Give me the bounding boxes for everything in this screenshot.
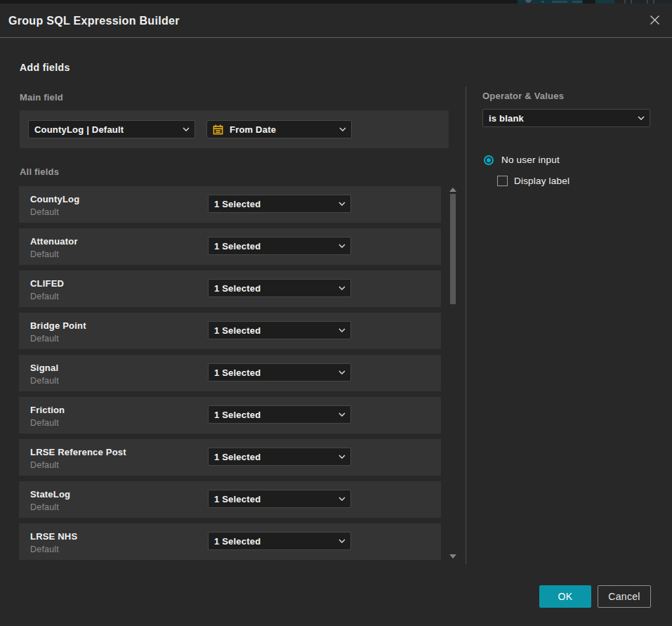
field-name: Attenuator bbox=[30, 236, 78, 247]
field-subtitle: Default bbox=[30, 334, 59, 344]
chevron-down-icon bbox=[183, 127, 190, 131]
field-name: LRSE NHS bbox=[30, 531, 77, 542]
field-values-select-value: 1 Selected bbox=[214, 199, 261, 209]
chevron-down-icon bbox=[338, 328, 345, 332]
screen: Group SQL Expression Builder Add fields … bbox=[0, 0, 672, 626]
close-icon bbox=[650, 15, 660, 25]
display-label-checkbox[interactable]: Display label bbox=[497, 176, 569, 186]
all-fields-label: All fields bbox=[20, 167, 59, 177]
field-row: Bridge Point Default 1 Selected bbox=[19, 313, 441, 349]
field-subtitle: Default bbox=[30, 418, 59, 428]
field-subtitle: Default bbox=[30, 545, 59, 554]
field-name: CountyLog bbox=[30, 194, 79, 204]
field-name: Bridge Point bbox=[30, 320, 86, 331]
chevron-down-icon bbox=[638, 116, 645, 120]
field-row: LRSE NHS Default 1 Selected bbox=[19, 523, 441, 560]
field-values-select-value: 1 Selected bbox=[214, 367, 261, 378]
field-subtitle: Default bbox=[30, 249, 59, 259]
field-values-select[interactable]: 1 Selected bbox=[208, 448, 351, 466]
field-values-select[interactable]: 1 Selected bbox=[208, 321, 351, 339]
field-values-select[interactable]: 1 Selected bbox=[208, 279, 351, 297]
radio-selected-icon bbox=[484, 155, 494, 165]
field-values-select-value: 1 Selected bbox=[214, 410, 261, 420]
main-field-label: Main field bbox=[20, 92, 63, 103]
all-fields-list: CountyLog Default 1 Selected Attenuator … bbox=[19, 186, 441, 566]
main-field-panel: CountyLog | Default From Date bbox=[20, 110, 449, 148]
main-field-select-value: CountyLog | Default bbox=[34, 124, 124, 135]
field-row: CountyLog Default 1 Selected bbox=[19, 186, 441, 223]
no-user-input-label: No user input bbox=[501, 155, 560, 165]
dialog-title: Group SQL Expression Builder bbox=[8, 4, 180, 38]
scrollbar-down-arrow-icon[interactable] bbox=[449, 554, 456, 559]
field-values-select[interactable]: 1 Selected bbox=[208, 490, 351, 508]
field-values-select-value: 1 Selected bbox=[214, 536, 261, 547]
field-row: Friction Default 1 Selected bbox=[19, 397, 441, 433]
field-name: StateLog bbox=[30, 489, 70, 500]
field-row: CLIFED Default 1 Selected bbox=[19, 270, 441, 307]
field-name: LRSE Reference Post bbox=[30, 447, 126, 457]
chevron-down-icon bbox=[338, 539, 345, 543]
chevron-down-icon bbox=[338, 370, 345, 374]
cancel-button[interactable]: Cancel bbox=[598, 585, 651, 608]
field-values-select-value: 1 Selected bbox=[214, 325, 261, 336]
display-label-text: Display label bbox=[514, 176, 569, 186]
field-values-select-value: 1 Selected bbox=[214, 452, 261, 462]
scrollbar-up-arrow-icon[interactable] bbox=[449, 188, 456, 192]
chevron-down-icon bbox=[338, 244, 345, 248]
chevron-down-icon bbox=[338, 202, 345, 206]
field-values-select[interactable]: 1 Selected bbox=[208, 195, 351, 213]
panel-divider bbox=[466, 86, 466, 564]
no-user-input-radio[interactable]: No user input bbox=[484, 155, 560, 165]
field-subtitle: Default bbox=[30, 460, 59, 470]
chevron-down-icon bbox=[338, 286, 345, 290]
operator-values-label: Operator & Values bbox=[482, 91, 564, 101]
main-field-type-value: From Date bbox=[230, 124, 276, 135]
field-name: Signal bbox=[30, 363, 58, 373]
operator-select-value: is blank bbox=[489, 113, 524, 124]
field-values-select-value: 1 Selected bbox=[214, 494, 261, 504]
field-row: Signal Default 1 Selected bbox=[19, 355, 441, 391]
field-values-select[interactable]: 1 Selected bbox=[208, 532, 351, 550]
field-subtitle: Default bbox=[30, 376, 59, 386]
close-button[interactable] bbox=[645, 11, 664, 29]
chevron-down-icon bbox=[338, 497, 345, 501]
scrollbar-thumb[interactable] bbox=[450, 194, 456, 304]
field-subtitle: Default bbox=[30, 207, 59, 217]
chevron-down-icon bbox=[339, 127, 346, 131]
ok-button[interactable]: OK bbox=[539, 585, 591, 608]
field-row: LRSE Reference Post Default 1 Selected bbox=[19, 439, 441, 476]
field-subtitle: Default bbox=[30, 502, 59, 512]
main-field-type-select[interactable]: From Date bbox=[206, 120, 352, 138]
field-row: StateLog Default 1 Selected bbox=[19, 481, 441, 518]
field-name: Friction bbox=[30, 405, 65, 415]
chevron-down-icon bbox=[338, 412, 345, 417]
dialog-titlebar: Group SQL Expression Builder bbox=[0, 4, 672, 38]
field-values-select-value: 1 Selected bbox=[214, 283, 261, 294]
operator-select[interactable]: is blank bbox=[482, 109, 650, 127]
field-values-select[interactable]: 1 Selected bbox=[208, 363, 351, 382]
field-values-select-value: 1 Selected bbox=[214, 241, 261, 252]
calendar-date-icon bbox=[213, 124, 223, 135]
field-values-select[interactable]: 1 Selected bbox=[208, 405, 351, 424]
chevron-down-icon bbox=[338, 455, 345, 459]
field-row: Attenuator Default 1 Selected bbox=[19, 228, 441, 265]
field-name: CLIFED bbox=[30, 278, 64, 289]
group-sql-expression-builder-dialog: Group SQL Expression Builder Add fields … bbox=[0, 4, 672, 626]
checkbox-unchecked-icon bbox=[497, 176, 508, 186]
field-values-select[interactable]: 1 Selected bbox=[208, 237, 351, 255]
field-subtitle: Default bbox=[30, 292, 59, 301]
main-field-select[interactable]: CountyLog | Default bbox=[28, 120, 195, 138]
add-fields-heading: Add fields bbox=[20, 62, 70, 73]
